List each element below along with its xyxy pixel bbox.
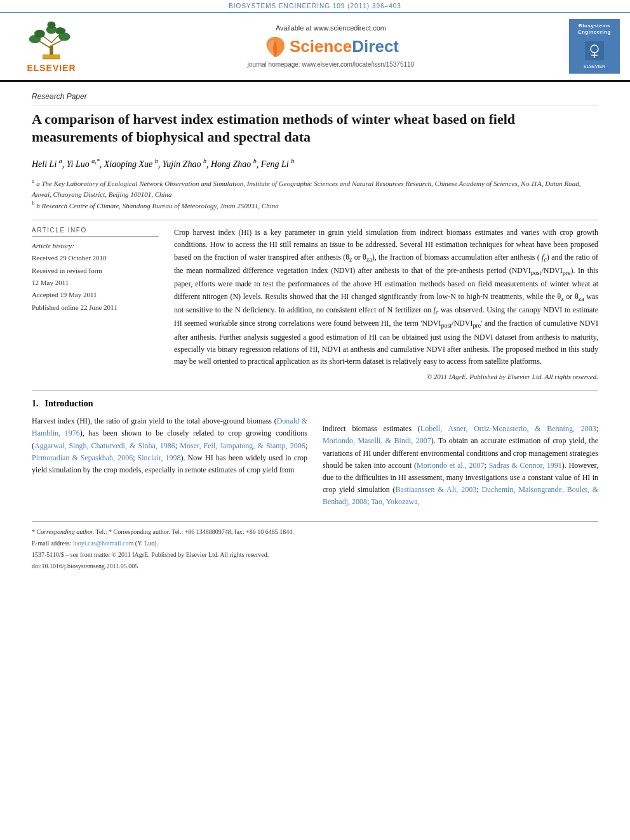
author-hong-zhao: Hong Zhao b: [211, 159, 257, 169]
journal-name-thumb: BiosystemsEngineering: [578, 23, 611, 36]
journal-thumb-label: ELSEVIER: [584, 63, 605, 69]
affiliation-b: b b Research Centre of Climate, Shandong…: [32, 199, 598, 211]
ref-moser[interactable]: Moser, Feil, Jampatong, & Stamp, 2006: [180, 441, 305, 450]
copyright-notice: © 2011 IAgrE. Published by Elsevier Ltd.…: [174, 373, 598, 380]
received-date: Received 29 October 2010: [32, 253, 159, 263]
journal-thumbnail: BiosystemsEngineering ELSEVIER: [569, 19, 620, 74]
ref-moriondo2[interactable]: Moriondo et al., 2007: [417, 461, 485, 470]
affiliations-block: a a The Key Laboratory of Ecological Net…: [32, 177, 598, 211]
paper-title: A comparison of harvest index estimation…: [32, 110, 598, 147]
journal-citation: BIOSYSTEMS ENGINEERING 109 (2011) 396–40…: [229, 3, 401, 10]
elsevier-logo-area: ELSEVIER: [10, 19, 93, 74]
ref-tao[interactable]: Tao, Yokozawa,: [371, 497, 419, 506]
footer-notes: * Corresponding author. Tel.: * Correspo…: [32, 521, 598, 571]
section-number: 1.: [32, 399, 39, 409]
elsevier-tree-icon: [20, 19, 83, 60]
article-info-heading: ARTICLE INFO: [32, 227, 159, 237]
accepted-date: Accepted 19 May 2011: [32, 290, 159, 300]
ref-moriondo[interactable]: Moriondo, Maselli, & Bindi, 2007: [323, 436, 431, 445]
author-yujin-zhao: Yujin Zhao b: [163, 159, 206, 169]
svg-point-6: [34, 30, 45, 38]
introduction-section: 1. Introduction Harvest index (HI), the …: [32, 390, 598, 508]
author-xiaoping-xue: Xiaoping Xue b: [104, 159, 158, 169]
section-heading: 1. Introduction: [32, 399, 307, 409]
footnote-issn: 1537-5110/$ – see front matter © 2011 IA…: [32, 550, 598, 560]
sciencedirect-leaf-icon: [263, 34, 287, 58]
journal-header-bar: BIOSYSTEMS ENGINEERING 109 (2011) 396–40…: [0, 0, 630, 13]
footnote-doi: doi:10.1016/j.biosystemseng.2011.05.005: [32, 561, 598, 571]
journal-header: ELSEVIER Available at www.sciencedirect.…: [0, 13, 630, 82]
section-type-label: Research Paper: [32, 92, 598, 105]
svg-point-8: [55, 27, 66, 34]
introduction-left-col: 1. Introduction Harvest index (HI), the …: [32, 399, 307, 508]
article-info-column: ARTICLE INFO Article history: Received 2…: [32, 227, 159, 380]
journal-cover-icon: [585, 41, 604, 60]
journal-homepage-url: journal homepage: www.elsevier.com/locat…: [248, 61, 414, 68]
introduction-col1-text: Harvest index (HI), the ratio of grain y…: [32, 415, 307, 476]
ref-donald-hamblin[interactable]: Donald & Hamblin, 1976: [32, 417, 307, 437]
article-history-label: Article history:: [32, 242, 159, 250]
paper-content: Research Paper A comparison of harvest i…: [0, 82, 630, 583]
published-online-date: Published online 22 June 2011: [32, 303, 159, 312]
introduction-columns: 1. Introduction Harvest index (HI), the …: [32, 399, 598, 508]
section-title: Introduction: [45, 399, 93, 409]
sciencedirect-wordmark: ScienceDirect: [290, 37, 399, 57]
ref-pirmoradian[interactable]: Pirmoradian & Sepaskhah, 2006: [32, 453, 133, 462]
abstract-column: Crop harvest index (HI) is a key paramet…: [174, 227, 598, 380]
email-link[interactable]: luoyi.cas@hotmail.com: [73, 540, 133, 547]
ref-bastiaanssen[interactable]: Bastiaanssen & Ali, 2003: [396, 485, 477, 494]
author-yi-luo: Yi Luo a,*: [67, 159, 100, 169]
elsevier-text: ELSEVIER: [27, 63, 76, 73]
received-revised-date: 12 May 2011: [32, 278, 159, 288]
ref-sadras[interactable]: Sadras & Connor, 1991: [489, 461, 562, 470]
author-feng-li: Feng Li b: [261, 159, 294, 169]
ref-lobell[interactable]: Lobell, Asner, Ortiz-Monasterio, & Benni…: [420, 424, 596, 433]
introduction-col2-text: indirect biomass estimates (Lobell, Asne…: [323, 423, 598, 508]
authors-line: Heli Li a, Yi Luo a,*, Xiaoping Xue b, Y…: [32, 157, 598, 171]
svg-line-3: [43, 36, 51, 43]
sciencedirect-logo: ScienceDirect: [263, 34, 399, 58]
footnote-email: E-mail address: luoyi.cas@hotmail.com (Y…: [32, 538, 598, 549]
author-heli-li: Heli Li a: [32, 159, 62, 169]
article-info-abstract: ARTICLE INFO Article history: Received 2…: [32, 227, 598, 380]
article-divider: [32, 220, 598, 220]
sciencedirect-center: Available at www.sciencedirect.com Scien…: [103, 19, 559, 74]
svg-point-10: [48, 22, 56, 29]
received-revised-label: Received in revised form: [32, 266, 159, 276]
available-at-text: Available at www.sciencedirect.com: [276, 24, 386, 32]
affiliation-a: a a The Key Laboratory of Ecological Net…: [32, 177, 598, 199]
ref-sinclair[interactable]: Sinclair, 1998: [138, 453, 181, 462]
svg-line-1: [39, 42, 51, 49]
abstract-text: Crop harvest index (HI) is a key paramet…: [174, 227, 598, 368]
ref-aggarwal[interactable]: Aggarwal, Singh, Chaturvedi, & Sinha, 19…: [34, 441, 175, 450]
journal-icon-thumb: [585, 41, 604, 63]
introduction-right-col: indirect biomass estimates (Lobell, Asne…: [323, 399, 598, 508]
footnote-corresponding: * Corresponding author. Tel.: * Correspo…: [32, 527, 598, 537]
svg-rect-12: [43, 55, 60, 59]
elsevier-tree-svg: [20, 19, 83, 60]
